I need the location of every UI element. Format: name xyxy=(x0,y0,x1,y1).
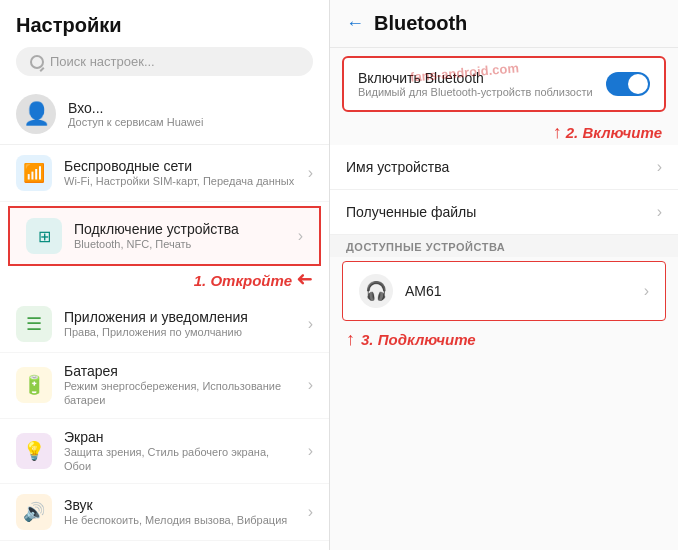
display-chevron: › xyxy=(308,442,313,460)
bluetooth-toggle-text: Включить Bluetooth Видимый для Bluetooth… xyxy=(358,70,593,98)
battery-icon: 🔋 xyxy=(16,367,52,403)
sound-text: Звук Не беспокоить, Мелодия вызова, Вибр… xyxy=(64,497,287,527)
battery-title: Батарея xyxy=(64,363,296,379)
right-panel: fans-android.com ← Bluetooth Включить Bl… xyxy=(330,0,678,550)
bluetooth-enable-sublabel: Видимый для Bluetooth-устройств поблизос… xyxy=(358,86,593,98)
apps-subtitle: Права, Приложения по умолчанию xyxy=(64,325,248,339)
am61-icon: 🎧 xyxy=(359,274,393,308)
apps-icon: ☰ xyxy=(16,306,52,342)
received-files-chevron: › xyxy=(657,203,662,221)
profile-row[interactable]: 👤 Вхо... Доступ к сервисам Huawei xyxy=(0,84,329,145)
bluetooth-toggle-row: Включить Bluetooth Видимый для Bluetooth… xyxy=(358,70,650,98)
am61-chevron: › xyxy=(644,282,649,300)
sound-subtitle: Не беспокоить, Мелодия вызова, Вибрация xyxy=(64,513,287,527)
annotation-3: 3. Подключите xyxy=(361,331,476,348)
settings-item-display[interactable]: 💡 Экран Защита зрения, Стиль рабочего эк… xyxy=(0,419,329,485)
settings-item-battery[interactable]: 🔋 Батарея Режим энергосбережения, Исполь… xyxy=(0,353,329,419)
right-header: ← Bluetooth xyxy=(330,0,678,48)
right-title: Bluetooth xyxy=(374,12,467,35)
settings-item-sound[interactable]: 🔊 Звук Не беспокоить, Мелодия вызова, Ви… xyxy=(0,484,329,541)
wireless-text: Беспроводные сети Wi-Fi, Настройки SIM-к… xyxy=(64,158,294,188)
device-connection-title: Подключение устройства xyxy=(74,221,239,237)
bluetooth-toggle-section: Включить Bluetooth Видимый для Bluetooth… xyxy=(342,56,666,112)
wireless-icon: 📶 xyxy=(16,155,52,191)
received-files-label: Полученные файлы xyxy=(346,204,657,220)
toggle-knob xyxy=(628,74,648,94)
settings-list: 📶 Беспроводные сети Wi-Fi, Настройки SIM… xyxy=(0,145,329,550)
device-connection-text: Подключение устройства Bluetooth, NFC, П… xyxy=(74,221,239,251)
display-title: Экран xyxy=(64,429,296,445)
wireless-title: Беспроводные сети xyxy=(64,158,294,174)
arrow-1: ➜ xyxy=(296,268,313,292)
received-files-row[interactable]: Полученные файлы › xyxy=(330,190,678,235)
settings-item-device-connection[interactable]: ⊞ Подключение устройства Bluetooth, NFC,… xyxy=(8,206,321,266)
wireless-subtitle: Wi-Fi, Настройки SIM-карт, Передача данн… xyxy=(64,174,294,188)
display-icon: 💡 xyxy=(16,433,52,469)
am61-name: AM61 xyxy=(405,283,632,299)
display-text: Экран Защита зрения, Стиль рабочего экра… xyxy=(64,429,296,474)
available-devices-section: ДОСТУПНЫЕ УСТРОЙСТВА xyxy=(330,235,678,257)
sound-chevron: › xyxy=(308,503,313,521)
left-panel: Настройки Поиск настроек... 👤 Вхо... Дос… xyxy=(0,0,330,550)
annotation-1: 1. Откройте xyxy=(194,272,292,289)
device-connection-subtitle: Bluetooth, NFC, Печать xyxy=(74,237,239,251)
device-name-chevron: › xyxy=(657,158,662,176)
annotation-2-row: ↑ 2. Включите xyxy=(330,122,678,143)
settings-item-wireless[interactable]: 📶 Беспроводные сети Wi-Fi, Настройки SIM… xyxy=(0,145,329,202)
search-placeholder: Поиск настроек... xyxy=(50,54,155,69)
profile-subtitle: Доступ к сервисам Huawei xyxy=(68,116,203,128)
apps-chevron: › xyxy=(308,315,313,333)
search-icon xyxy=(30,55,44,69)
settings-item-apps[interactable]: ☰ Приложения и уведомления Права, Прилож… xyxy=(0,296,329,353)
arrow-3: ↑ xyxy=(346,329,355,350)
profile-name: Вхо... xyxy=(68,100,203,116)
wireless-chevron: › xyxy=(308,164,313,182)
annotation-2: 2. Включите xyxy=(566,124,662,141)
bluetooth-toggle[interactable] xyxy=(606,72,650,96)
apps-title: Приложения и уведомления xyxy=(64,309,248,325)
device-name-label: Имя устройства xyxy=(346,159,657,175)
avatar-icon: 👤 xyxy=(23,101,50,127)
settings-item-memory[interactable]: 💾 Память Память, Очистка памяти › xyxy=(0,541,329,550)
annotation-3-row: ↑ 3. Подключите xyxy=(330,325,678,352)
search-bar[interactable]: Поиск настроек... xyxy=(16,47,313,76)
sound-title: Звук xyxy=(64,497,287,513)
device-am61-row[interactable]: 🎧 AM61 › xyxy=(342,261,666,321)
left-header: Настройки Поиск настроек... xyxy=(0,0,329,84)
battery-text: Батарея Режим энергосбережения, Использо… xyxy=(64,363,296,408)
avatar: 👤 xyxy=(16,94,56,134)
display-subtitle: Защита зрения, Стиль рабочего экрана, Об… xyxy=(64,445,296,474)
battery-chevron: › xyxy=(308,376,313,394)
device-name-row[interactable]: Имя устройства › xyxy=(330,145,678,190)
bluetooth-enable-label: Включить Bluetooth xyxy=(358,70,593,86)
arrow-2: ↑ xyxy=(553,122,562,143)
battery-subtitle: Режим энергосбережения, Использование ба… xyxy=(64,379,296,408)
device-connection-chevron: › xyxy=(298,227,303,245)
sound-icon: 🔊 xyxy=(16,494,52,530)
back-button[interactable]: ← xyxy=(346,13,364,34)
page-title: Настройки xyxy=(16,14,313,37)
device-connection-icon: ⊞ xyxy=(26,218,62,254)
profile-text: Вхо... Доступ к сервисам Huawei xyxy=(68,100,203,128)
apps-text: Приложения и уведомления Права, Приложен… xyxy=(64,309,248,339)
